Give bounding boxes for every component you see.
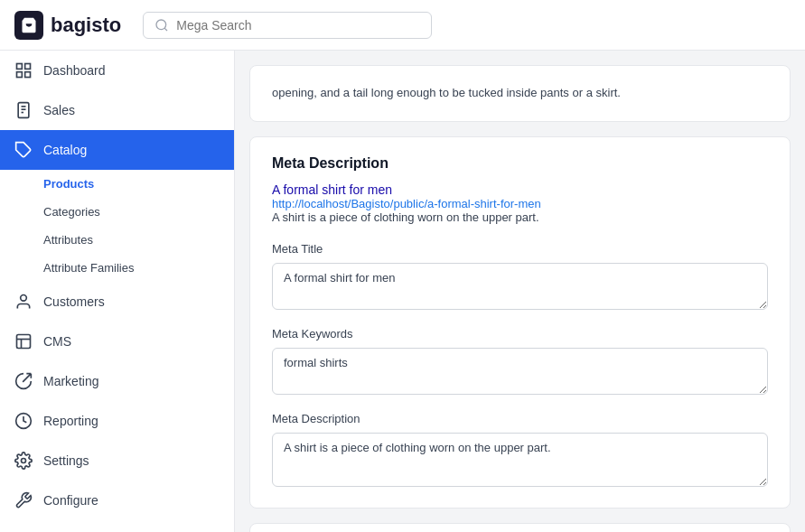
logo-icon [14,11,43,40]
sidebar-label-configure: Configure [43,493,98,508]
svg-point-15 [22,459,26,463]
sidebar-subitem-attribute-families[interactable]: Attribute Families [0,254,234,282]
configure-icon [14,491,33,509]
sidebar-subitem-products[interactable]: Products [0,170,234,198]
meta-description-label: Meta Description [272,412,768,425]
sidebar-item-marketing[interactable]: Marketing [0,361,234,401]
sidebar-item-reporting[interactable]: Reporting [0,401,234,441]
sidebar-label-dashboard: Dashboard [43,63,106,78]
svg-point-10 [21,295,27,302]
meta-title-label: Meta Title [272,242,768,256]
settings-icon [14,452,33,470]
sidebar-item-sales[interactable]: Sales [0,90,234,130]
search-icon [154,18,169,33]
meta-description-input[interactable] [272,433,768,487]
sidebar-item-catalog[interactable]: Catalog [0,130,234,170]
sidebar-label-cms: CMS [43,334,71,349]
app-header: bagisto [0,0,805,51]
svg-rect-11 [17,335,31,349]
sidebar-catalog-submenu: Products Categories Attributes Attribute… [0,170,234,282]
sidebar-subitem-attributes[interactable]: Attributes [0,226,234,254]
logo: bagisto [14,11,121,40]
meta-description-section-title: Meta Description [272,155,768,172]
bag-icon [20,16,38,34]
sidebar-item-settings[interactable]: Settings [0,441,234,481]
main-content: opening, and a tail long enough to be tu… [235,51,805,532]
description-text: opening, and a tail long enough to be tu… [272,84,768,103]
svg-rect-2 [25,64,31,70]
svg-rect-1 [17,64,23,70]
dashboard-icon [14,61,33,79]
cms-icon [14,332,33,350]
sidebar-label-customers: Customers [43,294,105,309]
sales-icon [14,101,33,119]
sidebar-label-sales: Sales [43,103,75,117]
sidebar-label-marketing: Marketing [43,374,98,388]
meta-title-input[interactable] [272,263,768,310]
sidebar: Dashboard Sales Catalog Produc [0,51,235,532]
marketing-icon [14,372,33,390]
sidebar-label-settings: Settings [43,453,89,468]
meta-keywords-label: Meta Keywords [272,327,768,341]
description-card: opening, and a tail long enough to be tu… [249,65,791,122]
meta-preview-title: A formal shirt for men [272,182,768,197]
sidebar-item-configure[interactable]: Configure [0,481,234,520]
catalog-icon [14,141,33,159]
meta-description-card: Meta Description A formal shirt for men … [249,136,791,509]
svg-point-0 [156,20,166,30]
search-bar[interactable] [143,12,432,39]
search-input[interactable] [176,18,420,33]
bottom-card [249,523,791,532]
sidebar-item-customers[interactable]: Customers [0,282,234,322]
logo-text: bagisto [51,14,121,37]
customers-icon [14,293,33,311]
svg-rect-4 [25,72,31,78]
sidebar-label-catalog: Catalog [43,143,87,157]
sidebar-item-dashboard[interactable]: Dashboard [0,51,234,90]
sidebar-label-reporting: Reporting [43,414,98,428]
meta-preview-text: A shirt is a piece of clothing worn on t… [272,210,768,224]
svg-rect-3 [17,72,23,78]
meta-preview-url: http://localhost/Bagisto/public/a-formal… [272,197,768,210]
reporting-icon [14,412,33,430]
sidebar-subitem-categories[interactable]: Categories [0,198,234,226]
meta-keywords-input[interactable] [272,348,768,395]
sidebar-item-cms[interactable]: CMS [0,322,234,361]
